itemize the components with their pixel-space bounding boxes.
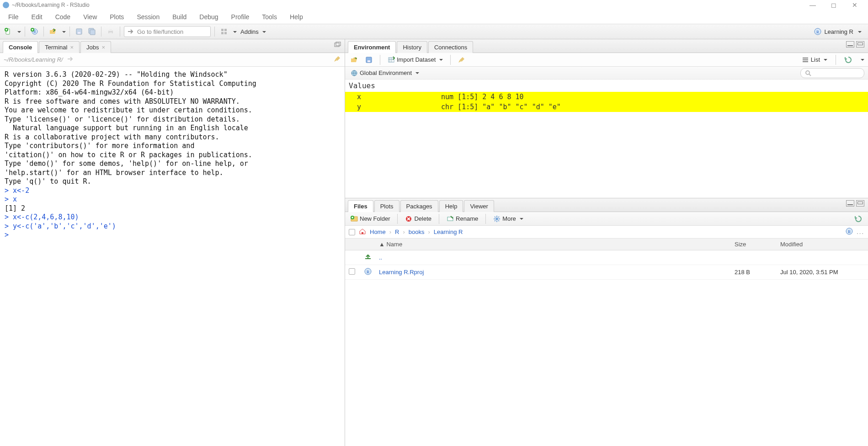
more-button[interactable]: More [491, 214, 525, 223]
up-folder-icon [364, 253, 372, 260]
col-size[interactable]: Size [731, 239, 777, 250]
close-icon[interactable]: × [70, 44, 74, 51]
workspace-panes-dropdown[interactable] [231, 28, 237, 35]
pane-maximize-button[interactable] [856, 200, 864, 207]
refresh-env-button[interactable] [842, 54, 854, 65]
new-file-button[interactable] [3, 26, 14, 37]
save-button[interactable] [74, 26, 85, 37]
goto-placeholder: Go to file/function [137, 28, 183, 35]
refresh-dropdown[interactable] [859, 56, 864, 63]
pane-minimize-button[interactable] [846, 41, 854, 48]
tab-history[interactable]: History [397, 41, 427, 53]
env-var-value: chr [1:5] "a" "b" "c" "d" "e" [441, 103, 868, 111]
tab-help[interactable]: Help [439, 200, 463, 212]
env-view-mode[interactable]: List [800, 55, 829, 64]
svg-point-24 [806, 71, 809, 74]
clear-env-button[interactable] [456, 54, 467, 65]
col-name[interactable]: ▲ Name [375, 239, 731, 250]
env-var-name: y [345, 103, 441, 111]
menu-tools[interactable]: Tools [256, 11, 283, 22]
parent-dir-row[interactable]: .. [345, 250, 868, 265]
tab-files[interactable]: Files [348, 200, 373, 212]
print-button[interactable] [105, 26, 116, 37]
window-close-button[interactable]: ✕ [844, 1, 865, 9]
file-checkbox[interactable] [349, 268, 355, 275]
col-modified[interactable]: Modified [777, 239, 868, 250]
crumb-books[interactable]: books [409, 228, 425, 235]
new-folder-button[interactable]: New Folder [349, 214, 392, 223]
import-icon [388, 56, 395, 64]
open-file-button[interactable] [48, 26, 59, 37]
new-project-button[interactable]: R [29, 26, 40, 37]
rename-button[interactable]: Rename [445, 214, 480, 223]
rproject-indicator[interactable]: R [846, 228, 853, 236]
menu-code[interactable]: Code [49, 11, 77, 22]
refresh-files-button[interactable] [852, 213, 864, 224]
addins-menu[interactable]: Addins [239, 27, 268, 36]
menu-debug[interactable]: Debug [193, 11, 224, 22]
tab-plots[interactable]: Plots [374, 200, 399, 212]
env-search-input[interactable] [800, 68, 864, 78]
tab-terminal[interactable]: Terminal× [39, 41, 80, 53]
import-dataset-button[interactable]: Import Dataset [386, 55, 445, 64]
print-icon [107, 28, 114, 35]
tab-environment[interactable]: Environment [348, 41, 396, 53]
crumb-home[interactable]: Home [370, 228, 386, 235]
tab-jobs[interactable]: Jobs× [80, 41, 111, 53]
tab-connections[interactable]: Connections [428, 41, 473, 53]
pane-popout-button[interactable] [334, 41, 341, 50]
window-minimize-button[interactable]: — [802, 1, 823, 9]
project-switcher[interactable]: R Learning R [810, 28, 865, 35]
rename-icon [447, 215, 454, 223]
clear-console-button[interactable] [334, 55, 341, 64]
pane-maximize-button[interactable] [856, 41, 864, 48]
svg-rect-6 [78, 32, 80, 34]
file-modified: Jul 10, 2020, 3:51 PM [777, 265, 868, 280]
crumb-learning-r[interactable]: Learning R [434, 228, 463, 235]
home-icon[interactable] [359, 228, 366, 236]
menu-build[interactable]: Build [166, 11, 193, 22]
menu-edit[interactable]: Edit [25, 11, 49, 22]
svg-rect-10 [109, 29, 112, 31]
open-recent-dropdown[interactable] [60, 28, 66, 35]
more-path-button[interactable]: ... [857, 228, 864, 235]
tab-console[interactable]: Console [3, 41, 38, 53]
env-row[interactable]: ychr [1:5] "a" "b" "c" "d" "e" [345, 102, 868, 112]
tab-viewer[interactable]: Viewer [464, 200, 494, 212]
window-maximize-button[interactable]: ◻ [823, 1, 844, 9]
close-icon[interactable]: × [101, 44, 105, 51]
file-row[interactable]: RLearning R.Rproj218 BJul 10, 2020, 3:51… [345, 265, 868, 280]
env-row[interactable]: xnum [1:5] 2 4 6 8 10 [345, 92, 868, 102]
save-icon [75, 28, 83, 35]
goto-file-function-input[interactable]: Go to file/function [124, 26, 211, 37]
rproject-plus-icon: R [31, 28, 38, 35]
svg-rect-11 [109, 32, 112, 34]
pane-minimize-button[interactable] [846, 200, 854, 207]
svg-rect-19 [336, 42, 341, 46]
menu-plots[interactable]: Plots [103, 11, 130, 22]
console-goto-dir-button[interactable] [67, 55, 74, 64]
new-file-dropdown[interactable] [16, 28, 21, 35]
tab-packages[interactable]: Packages [400, 200, 438, 212]
menu-file[interactable]: File [2, 11, 25, 22]
env-pane-tabs: Environment History Connections [345, 39, 868, 53]
menu-view[interactable]: View [77, 11, 103, 22]
env-scope-selector[interactable]: Global Environment [349, 69, 421, 78]
menu-profile[interactable]: Profile [225, 11, 256, 22]
menu-session[interactable]: Session [130, 11, 166, 22]
rproj-file-icon: R [364, 268, 372, 275]
load-workspace-button[interactable] [349, 54, 360, 65]
select-all-checkbox[interactable] [349, 229, 355, 235]
env-var-value: num [1:5] 2 4 6 8 10 [441, 93, 868, 101]
svg-rect-12 [221, 29, 224, 31]
svg-rect-13 [224, 29, 227, 31]
console-output[interactable]: R version 3.6.3 (2020-02-29) -- "Holding… [0, 67, 345, 446]
workspace-panes-button[interactable] [218, 26, 229, 37]
svg-text:R: R [816, 30, 819, 34]
save-workspace-button[interactable] [363, 54, 374, 65]
delete-button[interactable]: Delete [403, 214, 433, 223]
crumb-r[interactable]: R [395, 228, 399, 235]
save-all-button[interactable] [86, 26, 97, 37]
files-pane-tabs: Files Plots Packages Help Viewer [345, 198, 868, 212]
menu-help[interactable]: Help [283, 11, 309, 22]
